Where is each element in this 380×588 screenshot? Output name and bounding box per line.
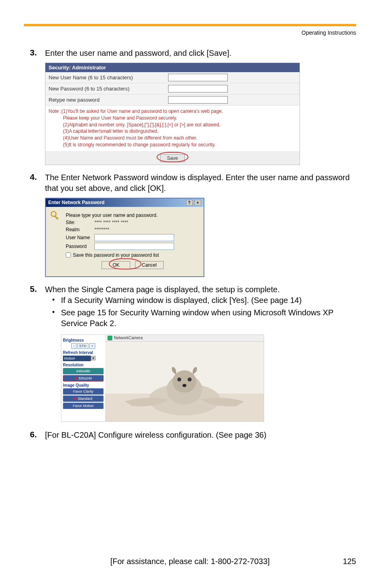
refresh-dropdown[interactable]: Motion ▾	[63, 356, 104, 361]
camera-tab[interactable]: NetworkCamera	[105, 335, 264, 342]
step-5-main: When the Single Camera page is displayed…	[45, 285, 280, 294]
close-icon[interactable]: ×	[194, 200, 201, 206]
page-number: 125	[343, 557, 356, 566]
new-username-row: New User Name (6 to 15 characters)	[45, 72, 300, 83]
step-6: 6. [For BL-C20A] Configure wireless conf…	[30, 430, 356, 441]
brightness-label: Brightness	[63, 338, 104, 342]
username-label: User Name	[66, 235, 94, 240]
step-text: When the Single Camera page is displayed…	[45, 284, 356, 330]
footer-assistance: [For assistance, please call: 1-800-272-…	[0, 557, 380, 566]
dialog-title-text: Enter Network Password	[48, 200, 104, 205]
save-button[interactable]: Save	[160, 154, 184, 162]
chevron-down-icon: ▾	[91, 356, 96, 360]
step-5: 5. When the Single Camera page is displa…	[30, 284, 356, 330]
site-label: Site:	[66, 220, 94, 225]
dialog-body: Please type your user name and password.…	[46, 207, 204, 276]
brightness-control: - STD +	[63, 343, 104, 349]
camera-tab-label: NetworkCamera	[114, 336, 143, 340]
new-password-row: New Password (6 to 15 characters)	[45, 83, 300, 94]
retype-password-input[interactable]	[168, 96, 228, 104]
dialog-titlebar: Enter Network Password ? ×	[46, 199, 204, 207]
resolution-640[interactable]: 640x480	[63, 368, 104, 374]
ok-button[interactable]: OK	[102, 261, 130, 269]
realm-value: ********	[94, 227, 109, 232]
bullet-security-warning: If a Security Warning window is displaye…	[61, 295, 356, 306]
password-input[interactable]	[94, 243, 174, 250]
help-icon[interactable]: ?	[186, 200, 193, 206]
note-line-3: (3)A capital letter/small letter is dist…	[49, 128, 296, 135]
brightness-minus[interactable]: -	[71, 343, 76, 349]
new-password-label: New Password (6 to 15 characters)	[49, 86, 168, 92]
step-number: 3.	[30, 48, 45, 57]
image-quality-label: Image Quality	[63, 383, 104, 387]
step-text: [For BL-C20A] Configure wireless configu…	[45, 430, 356, 441]
single-camera-panel: Brightness - STD + Refresh Interval Moti…	[61, 334, 264, 422]
bullet-sp2-warning: See page 15 for Security Warning window …	[61, 307, 356, 329]
svg-point-9	[188, 378, 192, 382]
accent-bar	[24, 24, 356, 26]
retype-password-label: Retype new password	[49, 97, 168, 103]
step-5-bullets: If a Security Warning window is displaye…	[45, 295, 356, 329]
step-number: 6.	[30, 430, 45, 439]
password-label: Password	[66, 244, 94, 249]
camera-sidebar: Brightness - STD + Refresh Interval Moti…	[61, 335, 105, 421]
security-panel-title: Security: Administrator	[45, 63, 300, 72]
brightness-std[interactable]: STD	[77, 343, 88, 349]
cancel-button[interactable]: Cancel	[135, 261, 164, 269]
network-password-dialog: Enter Network Password ? × Please type y…	[45, 198, 204, 277]
camera-main: NetworkCamera	[105, 335, 264, 421]
refresh-value: Motion	[63, 356, 91, 361]
security-note: Note :(1)You'll be asked for User name a…	[45, 106, 300, 151]
note-line-2: (2)Alphabet and number only. [Space],["]…	[49, 122, 296, 128]
save-row: Save	[45, 151, 300, 165]
note-line-1b: Please keep your User Name and Password …	[49, 115, 296, 122]
resolution-320[interactable]: 320x240	[63, 375, 104, 382]
realm-label: Realm	[66, 227, 94, 232]
header-section-label: Operating Instructions	[0, 29, 356, 36]
dialog-title-icons: ? ×	[186, 200, 201, 206]
svg-point-8	[177, 378, 181, 382]
note-line-5: (5)It is strongly recommended to change …	[49, 142, 296, 148]
resolution-label: Resolution	[63, 363, 104, 367]
site-value: **** **** **** ****	[94, 220, 128, 225]
refresh-interval-label: Refresh Interval	[63, 350, 104, 355]
page-content: 3. Enter the user name and password, and…	[0, 36, 380, 441]
note-line-1: Note :(1)You'll be asked for User name a…	[49, 108, 223, 114]
save-password-label: Save this password in your password list	[73, 252, 159, 258]
key-icon	[50, 210, 61, 221]
dialog-buttons: OK Cancel	[66, 260, 200, 272]
svg-point-10	[182, 384, 186, 387]
svg-point-7	[172, 370, 196, 393]
step-text: The Enter Network Password window is dis…	[45, 172, 356, 194]
retype-password-row: Retype new password	[45, 94, 300, 106]
save-password-check-row: Save this password in your password list	[66, 252, 200, 258]
camera-icon	[108, 336, 112, 340]
svg-point-0	[51, 211, 56, 216]
step-number: 4.	[30, 172, 45, 182]
favor-motion-button[interactable]: Favor Motion	[63, 403, 104, 409]
brightness-plus[interactable]: +	[89, 343, 95, 349]
standard-button[interactable]: Standard	[63, 395, 104, 402]
step-4: 4. The Enter Network Password window is …	[30, 172, 356, 194]
step-number: 5.	[30, 284, 45, 294]
dialog-intro: Please type your user name and password.	[66, 212, 158, 218]
security-admin-panel: Security: Administrator New User Name (6…	[45, 63, 300, 165]
camera-image	[105, 342, 264, 421]
new-username-input[interactable]	[168, 74, 228, 81]
save-password-checkbox[interactable]	[66, 252, 71, 258]
new-username-label: New User Name (6 to 15 characters)	[49, 75, 168, 81]
new-password-input[interactable]	[168, 85, 228, 92]
username-input[interactable]	[94, 234, 174, 241]
favor-clarity-button[interactable]: Favor Clarity	[63, 388, 104, 395]
step-3: 3. Enter the user name and password, and…	[30, 48, 356, 59]
step-text: Enter the user name and password, and cl…	[45, 48, 356, 59]
note-line-4: (4)User Name and Password must be differ…	[49, 135, 296, 142]
